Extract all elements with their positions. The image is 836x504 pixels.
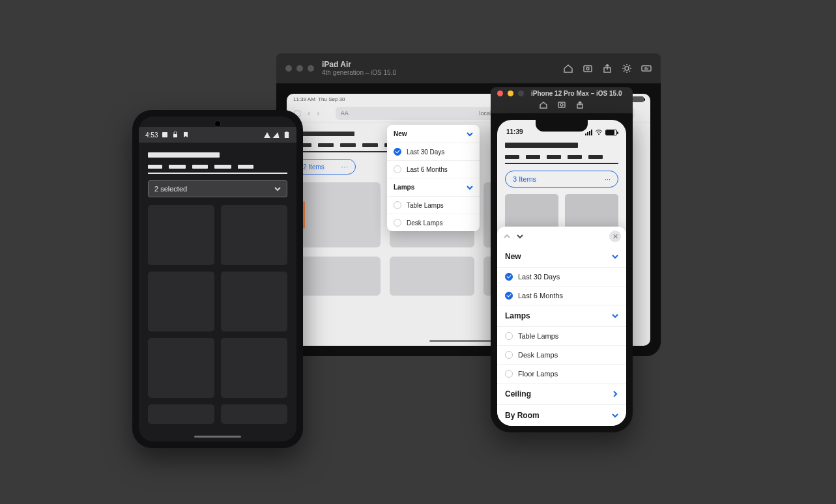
traffic-lights[interactable]: [285, 65, 314, 72]
radio-icon: [394, 219, 401, 227]
tab-row[interactable]: [505, 155, 618, 164]
svg-point-8: [598, 133, 599, 135]
product-card[interactable]: [390, 257, 474, 296]
power-button[interactable]: [303, 201, 305, 229]
product-card[interactable]: [221, 205, 287, 265]
section-title: New: [505, 252, 521, 261]
maximize-icon[interactable]: [308, 65, 314, 72]
chevron-down-icon: [612, 253, 618, 260]
filter-bottom-sheet: ✕ New Last 30 Days Last 6 Months Lamps: [497, 227, 626, 426]
screenshot-icon[interactable]: [557, 100, 566, 109]
home-indicator[interactable]: [194, 436, 241, 438]
filter-option[interactable]: Last 6 Months: [387, 161, 480, 178]
option-label: Desk Lamps: [407, 219, 443, 227]
option-label: Last 6 Months: [518, 292, 563, 300]
svg-point-3: [625, 66, 629, 70]
chevron-down-icon: [274, 186, 281, 192]
chevron-right-icon: [612, 391, 618, 397]
clock: 11:39 AM: [293, 96, 315, 102]
battery-icon: [605, 130, 617, 135]
page-title: [148, 152, 220, 158]
chevron-down-icon: [612, 412, 618, 419]
sheet-expand-icon[interactable]: [515, 232, 525, 241]
filter-option[interactable]: Desk Lamps: [387, 214, 480, 231]
maximize-icon[interactable]: [518, 91, 524, 96]
back-button[interactable]: ‹: [306, 108, 311, 118]
section-title: New: [394, 130, 407, 137]
sheet-collapse-icon[interactable]: [502, 232, 512, 241]
iphone-titlebar: iPhone 12 Pro Max – iOS 15.0: [491, 87, 633, 113]
close-button[interactable]: ✕: [609, 231, 621, 242]
filter-pill-more-icon[interactable]: ···: [341, 163, 349, 171]
popover-section-header[interactable]: New: [387, 125, 480, 143]
share-icon[interactable]: [575, 100, 584, 109]
filter-pill-label: 2 Items: [303, 163, 324, 171]
close-icon[interactable]: [285, 65, 292, 72]
keyboard-icon[interactable]: [641, 63, 652, 74]
chevron-down-icon: [612, 313, 618, 319]
product-card[interactable]: [148, 272, 214, 331]
filter-option[interactable]: Last 30 Days: [497, 268, 626, 287]
option-label: Table Lamps: [407, 202, 444, 209]
check-icon: [394, 148, 401, 156]
product-card[interactable]: [221, 338, 287, 398]
svg-rect-9: [162, 132, 167, 137]
close-icon[interactable]: [497, 91, 503, 96]
filter-option[interactable]: Floor Lamps: [497, 365, 626, 384]
product-card[interactable]: [296, 182, 381, 247]
date: Thu Sep 30: [318, 96, 345, 102]
forward-button[interactable]: ›: [315, 108, 321, 118]
page-root: 2 selected: [139, 143, 296, 430]
minimize-icon[interactable]: [508, 91, 513, 96]
filter-pill-more-icon[interactable]: ···: [605, 175, 611, 183]
device-subtitle: 4th generation – iOS 15.0: [322, 69, 563, 77]
home-icon[interactable]: [563, 63, 573, 74]
product-card[interactable]: [148, 404, 214, 424]
sheet-section-ceiling[interactable]: Ceiling: [497, 384, 626, 405]
sheet-section-byroom[interactable]: By Room: [497, 405, 626, 426]
filter-option[interactable]: Table Lamps: [387, 197, 480, 214]
notification-icon: [162, 132, 168, 138]
sheet-section-header[interactable]: Lamps: [497, 305, 626, 327]
clock: 11:39: [506, 128, 523, 135]
filter-option[interactable]: Table Lamps: [497, 327, 626, 346]
android-screen: 4:53: [139, 117, 296, 441]
device-name: iPad Air: [322, 60, 563, 69]
iphone-simulator: iPhone 12 Pro Max – iOS 15.0 11:39: [491, 87, 633, 432]
filter-option[interactable]: Last 30 Days: [387, 143, 480, 161]
sheet-section-header[interactable]: New: [497, 246, 626, 268]
product-card[interactable]: [296, 257, 381, 296]
filter-pill[interactable]: 2 Items ···: [296, 159, 356, 175]
option-label: Last 6 Months: [407, 166, 448, 173]
option-label: Desk Lamps: [518, 351, 558, 359]
minimize-icon[interactable]: [296, 65, 303, 72]
select-label: 2 selected: [154, 185, 187, 193]
popover-section-header[interactable]: Lamps: [387, 178, 480, 197]
reader-aa[interactable]: AA: [341, 110, 349, 117]
filter-select[interactable]: 2 selected: [148, 180, 287, 197]
product-card[interactable]: [148, 338, 214, 398]
chevron-down-icon: [467, 131, 473, 137]
filter-pill[interactable]: 3 Items ···: [505, 171, 618, 188]
page-title: [296, 132, 354, 136]
screenshot-icon[interactable]: [583, 63, 593, 74]
chevron-down-icon: [467, 184, 473, 191]
product-card[interactable]: [221, 404, 287, 424]
check-icon: [505, 292, 513, 300]
svg-point-6: [560, 104, 563, 106]
filter-option[interactable]: Last 6 Months: [497, 287, 626, 305]
svg-rect-5: [558, 102, 565, 107]
home-icon[interactable]: [539, 100, 548, 109]
ipad-titlebar: iPad Air 4th generation – iOS 15.0: [276, 53, 661, 83]
share-icon[interactable]: [602, 63, 613, 74]
filter-option[interactable]: Desk Lamps: [497, 346, 626, 365]
signal-icon: [585, 130, 592, 135]
tab-row[interactable]: [148, 165, 287, 174]
appearance-icon[interactable]: [622, 63, 632, 74]
svg-rect-10: [173, 134, 177, 137]
ipad-title: iPad Air 4th generation – iOS 15.0: [322, 60, 563, 77]
svg-point-1: [586, 68, 589, 70]
product-card[interactable]: [221, 272, 287, 331]
product-card[interactable]: [148, 205, 214, 265]
wifi-icon: [264, 132, 270, 138]
